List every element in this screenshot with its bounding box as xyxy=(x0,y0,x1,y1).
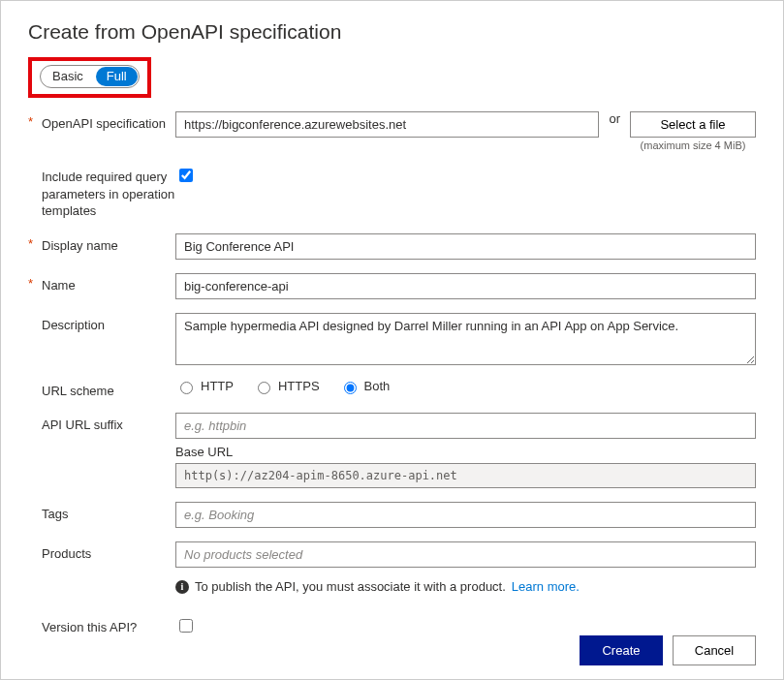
required-marker: * xyxy=(28,237,36,250)
radio-https-label: HTTPS xyxy=(278,379,320,393)
radio-both-input[interactable] xyxy=(344,382,357,394)
description-textarea[interactable]: Sample hypermedia API designed by Darrel… xyxy=(175,313,756,365)
page-title: Create from OpenAPI specification xyxy=(28,20,756,44)
required-marker: * xyxy=(28,115,36,128)
info-icon: i xyxy=(175,580,189,594)
mode-toggle[interactable]: Basic Full xyxy=(40,65,140,88)
products-input[interactable] xyxy=(175,541,756,568)
base-url-label: Base URL xyxy=(175,445,756,459)
tags-label: Tags xyxy=(42,506,175,523)
radio-http-input[interactable] xyxy=(180,382,193,394)
cancel-button[interactable]: Cancel xyxy=(673,635,756,665)
toggle-basic[interactable]: Basic xyxy=(41,66,95,87)
radio-both-label: Both xyxy=(364,379,391,393)
radio-https-input[interactable] xyxy=(258,382,270,394)
radio-http-label: HTTP xyxy=(201,379,234,393)
or-text: or xyxy=(609,111,620,126)
display-name-input[interactable] xyxy=(175,233,756,260)
name-input[interactable] xyxy=(175,273,756,299)
mode-toggle-highlight: Basic Full xyxy=(28,57,151,98)
base-url-field: http(s)://az204-apim-8650.azure-api.net xyxy=(175,463,756,488)
toggle-full[interactable]: Full xyxy=(96,67,138,86)
api-suffix-label: API URL suffix xyxy=(42,417,175,434)
openapi-input[interactable] xyxy=(175,111,599,138)
tags-input[interactable] xyxy=(175,502,756,528)
maxsize-text: (maximum size 4 MiB) xyxy=(641,139,746,151)
radio-https[interactable]: HTTPS xyxy=(253,379,320,394)
url-scheme-label: URL scheme xyxy=(42,383,175,400)
api-suffix-input[interactable] xyxy=(175,413,756,439)
include-params-label: Include required query parameters in ope… xyxy=(42,169,175,220)
openapi-label: OpenAPI specification xyxy=(42,115,175,133)
display-name-label: Display name xyxy=(42,237,175,255)
radio-both[interactable]: Both xyxy=(339,379,391,394)
include-params-checkbox[interactable] xyxy=(179,169,193,182)
products-info-text: To publish the API, you must associate i… xyxy=(195,579,506,594)
description-label: Description xyxy=(42,317,175,334)
learn-more-link[interactable]: Learn more. xyxy=(512,579,580,594)
name-label: Name xyxy=(42,277,175,294)
required-marker: * xyxy=(28,277,36,290)
select-file-button[interactable]: Select a file xyxy=(630,111,756,138)
create-button[interactable]: Create xyxy=(580,635,663,665)
footer-bar: Create Cancel xyxy=(1,622,783,679)
radio-http[interactable]: HTTP xyxy=(175,379,234,394)
products-label: Products xyxy=(42,545,175,563)
